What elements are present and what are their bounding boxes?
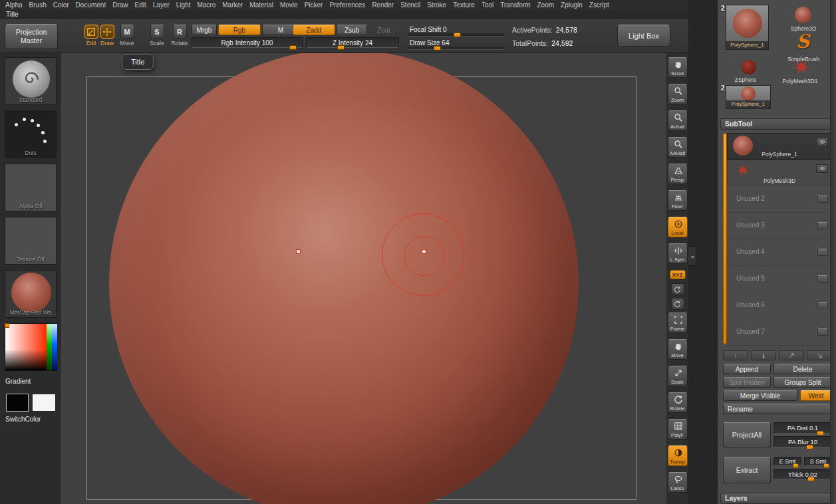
draw-size-handle[interactable]	[434, 46, 441, 51]
menu-item-draw[interactable]: Draw	[109, 1, 131, 9]
pa-dist-slider[interactable]: PA Dist 0.1	[773, 422, 832, 434]
menu-item-light[interactable]: Light	[173, 1, 194, 9]
polymesh3d-star-icon[interactable]	[792, 58, 811, 76]
menu-item-color[interactable]: Color	[50, 1, 72, 9]
rotate-view-button[interactable]: Rotate	[668, 392, 688, 413]
menu-item-material[interactable]: Material	[246, 1, 277, 9]
floor-button[interactable]: Floor	[668, 190, 688, 211]
merge-visible-button[interactable]: Merge Visible	[723, 390, 797, 401]
pa-blur-slider[interactable]: PA Blur 10	[773, 436, 832, 447]
menu-item-stencil[interactable]: Stencil	[397, 1, 424, 9]
rename-button[interactable]: Rename	[723, 404, 832, 414]
color-picker-hue-strip-blue[interactable]	[52, 324, 57, 370]
subtool-item-unused[interactable]: Unused 4	[727, 239, 832, 266]
scroll-button[interactable]: Scroll	[668, 57, 688, 78]
extract-button[interactable]: Extract	[723, 457, 771, 483]
append-button[interactable]: Append	[723, 364, 771, 374]
split-hidden-button[interactable]: Split Hidden	[723, 377, 771, 388]
menu-item-picker[interactable]: Picker	[301, 1, 327, 9]
groups-split-button[interactable]: Groups Split	[773, 377, 832, 388]
zoom-button[interactable]: Zoom	[668, 84, 688, 104]
menu-item-tool[interactable]: Tool	[478, 1, 497, 9]
texture-selector[interactable]: Texture Off	[5, 217, 57, 265]
subtool-slot-box[interactable]	[817, 222, 828, 229]
color-picker-sv-area[interactable]	[5, 324, 47, 370]
subtool-item-unused[interactable]: Unused 5	[727, 266, 832, 293]
persp-button[interactable]: Persp	[668, 164, 688, 184]
polysphere-model[interactable]	[109, 53, 579, 504]
sphere3d-tool-icon[interactable]	[795, 7, 811, 23]
subtool-item-unused[interactable]: Unused 6	[727, 293, 832, 319]
menu-item-layer[interactable]: Layer	[150, 1, 173, 9]
frame-button[interactable]: Frame	[668, 313, 688, 333]
focal-shift-handle[interactable]	[454, 33, 461, 37]
menu-item-render[interactable]: Render	[368, 1, 397, 9]
menu-item-texture[interactable]: Texture	[450, 1, 478, 9]
move-mode-button[interactable]: M Move	[117, 25, 137, 47]
s-smt-handle[interactable]	[823, 463, 829, 468]
menu-item-document[interactable]: Document	[72, 1, 110, 9]
rotate-mode-button[interactable]: R Rotate	[170, 25, 190, 47]
layers-section-header[interactable]: Layers	[720, 493, 831, 504]
panel-collapse-handle[interactable]: ◀	[688, 246, 696, 266]
z-intensity-slider[interactable]: Z Intensity 24	[306, 37, 399, 48]
menu-item-brush[interactable]: Brush	[26, 1, 50, 9]
thick-slider[interactable]: Thick 0.02	[773, 469, 832, 479]
menu-item-zscript[interactable]: Zscript	[586, 1, 613, 9]
menu-item-stroke[interactable]: Stroke	[424, 1, 450, 9]
rgb-intensity-slider[interactable]: Rgb Intensity 100	[192, 37, 303, 48]
project-all-button[interactable]: ProjectAll	[723, 422, 771, 447]
lsym-button[interactable]: L.Sym	[668, 243, 688, 264]
actual-button[interactable]: Actual	[668, 110, 688, 131]
viewport-canvas[interactable]: Title	[61, 53, 666, 504]
alpha-selector[interactable]: Alpha Off	[5, 164, 57, 211]
zsub-button[interactable]: Zsub	[337, 25, 367, 35]
menu-item-zoom[interactable]: Zoom	[533, 1, 557, 9]
switch-color-button[interactable]: SwitchColor	[5, 416, 41, 423]
pa-blur-handle[interactable]	[806, 445, 813, 449]
stroke-selector[interactable]: Dots	[5, 110, 57, 158]
menu-item-edit[interactable]: Edit	[132, 1, 150, 9]
z-intensity-handle[interactable]	[337, 45, 345, 50]
subtool-item-polymesh3d[interactable]: PolyMesh3D	[727, 160, 832, 186]
menu-item-macro[interactable]: Macro	[194, 1, 219, 9]
lasso-button[interactable]: Lasso	[668, 472, 688, 493]
scale-view-button[interactable]: Scale	[668, 366, 688, 386]
subtool-item-unused[interactable]: Unused 3	[727, 213, 832, 239]
panel-scrollbar[interactable]	[830, 0, 836, 504]
thick-handle[interactable]	[807, 477, 815, 481]
color-picker-hue-strip-green[interactable]	[47, 324, 52, 370]
menu-item-zplugin[interactable]: Zplugin	[557, 1, 586, 9]
zadd-button[interactable]: Zadd	[293, 25, 335, 35]
subtool-slot-box[interactable]	[817, 302, 828, 309]
rgb-button[interactable]: Rgb	[218, 25, 261, 35]
subtool-section-header[interactable]: SubTool	[720, 118, 831, 130]
brush-selector[interactable]: Standard	[5, 57, 57, 105]
axis-rotate-button-a[interactable]	[671, 283, 684, 295]
axis-rotate-button-b[interactable]	[671, 298, 684, 310]
move-view-button[interactable]: Move	[668, 339, 688, 360]
subtool-shift-up-button[interactable]: ↗	[779, 350, 804, 360]
subtool-item-polysphere[interactable]: PolySphere_1	[727, 133, 832, 160]
visibility-toggle[interactable]	[816, 164, 828, 173]
subtool-slot-box[interactable]	[817, 275, 828, 283]
e-smt-slider[interactable]: E Smt	[773, 457, 801, 466]
zsphere-tool-icon[interactable]	[742, 60, 756, 74]
light-box-button[interactable]: Light Box	[617, 25, 670, 47]
secondary-color-swatch[interactable]	[32, 394, 56, 412]
draw-mode-button[interactable]: Draw	[97, 25, 117, 47]
scale-mode-button[interactable]: S Scale	[147, 25, 167, 47]
e-smt-handle[interactable]	[793, 463, 799, 468]
subtool-move-down-button[interactable]: ↓	[751, 350, 776, 360]
gradient-label[interactable]: Gradient	[5, 378, 31, 385]
active-tool-thumbnail[interactable]: PolySphere_1	[726, 5, 769, 50]
menu-item-movie[interactable]: Movie	[277, 1, 301, 9]
menu-item-marker[interactable]: Marker	[219, 1, 246, 9]
simplebrush-tool-icon[interactable]: S	[796, 31, 809, 53]
draw-size-slider[interactable]: Draw Size 64	[407, 37, 505, 48]
main-color-swatch[interactable]	[6, 394, 29, 412]
aahalf-button[interactable]: AAHalf	[668, 137, 688, 158]
transp-button[interactable]: Transp	[668, 445, 688, 466]
local-button[interactable]: Local	[668, 217, 688, 237]
rgb-intensity-handle[interactable]	[289, 45, 297, 50]
